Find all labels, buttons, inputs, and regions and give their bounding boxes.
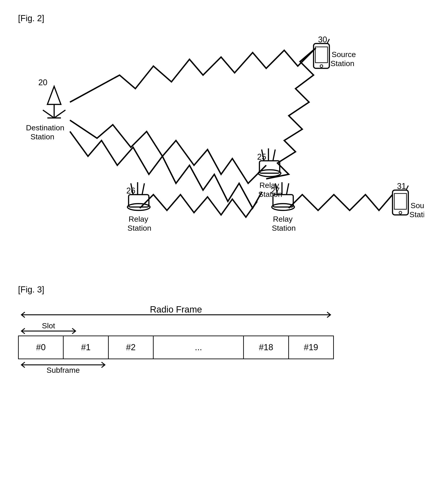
- svg-text:Source: Source: [411, 201, 424, 210]
- fig2-label: [Fig. 2]: [18, 14, 430, 23]
- svg-line-26: [286, 183, 289, 195]
- svg-marker-0: [47, 86, 61, 104]
- svg-text:Relay: Relay: [273, 215, 293, 223]
- slot-dots: ...: [153, 336, 244, 359]
- svg-line-18: [142, 183, 144, 195]
- slot-0: #0: [19, 336, 63, 359]
- fig2-diagram: 20 Destination Station 25 Relay Station: [18, 30, 424, 267]
- page: [Fig. 2]: [0, 0, 448, 504]
- svg-text:Relay: Relay: [129, 215, 148, 223]
- svg-text:Station: Station: [128, 224, 151, 232]
- svg-text:Subframe: Subframe: [46, 366, 80, 374]
- svg-line-35: [327, 39, 329, 44]
- svg-rect-40: [394, 194, 407, 209]
- svg-text:Station: Station: [30, 132, 54, 141]
- svg-text:Station: Station: [410, 210, 424, 219]
- svg-point-41: [399, 211, 402, 214]
- slot-1: #1: [63, 336, 108, 359]
- svg-text:Radio Frame: Radio Frame: [150, 306, 202, 314]
- svg-line-3: [43, 110, 54, 118]
- svg-text:27: 27: [271, 186, 280, 195]
- svg-text:Slot: Slot: [42, 322, 55, 330]
- svg-text:20: 20: [38, 78, 47, 87]
- svg-line-42: [406, 186, 408, 190]
- svg-text:Source: Source: [332, 50, 356, 59]
- radio-frame-arrow: Radio Frame: [18, 306, 334, 319]
- svg-text:25: 25: [257, 152, 266, 162]
- svg-point-34: [320, 65, 323, 67]
- slot-2: #2: [108, 336, 153, 359]
- svg-line-4: [54, 110, 65, 118]
- frame-table: #0 #1 #2 ... #18 #19: [18, 336, 334, 359]
- svg-line-10: [273, 149, 275, 161]
- slot-arrow: Slot: [18, 322, 108, 336]
- svg-text:Station: Station: [331, 59, 355, 68]
- svg-text:30: 30: [318, 35, 327, 44]
- svg-text:31: 31: [397, 181, 406, 191]
- svg-text:Destination: Destination: [26, 123, 64, 132]
- svg-rect-19: [129, 195, 149, 207]
- fig3-label: [Fig. 3]: [18, 285, 430, 294]
- svg-rect-33: [315, 47, 328, 63]
- svg-text:26: 26: [126, 186, 135, 195]
- subframe-arrow: Subframe: [18, 360, 131, 374]
- slot-18: #18: [244, 336, 289, 359]
- svg-rect-11: [260, 161, 280, 173]
- slot-19: #19: [289, 336, 333, 359]
- svg-text:Station: Station: [272, 224, 296, 232]
- radio-frame-section: Radio Frame Slot #0 #1 #2 ... #18 #19: [18, 306, 430, 374]
